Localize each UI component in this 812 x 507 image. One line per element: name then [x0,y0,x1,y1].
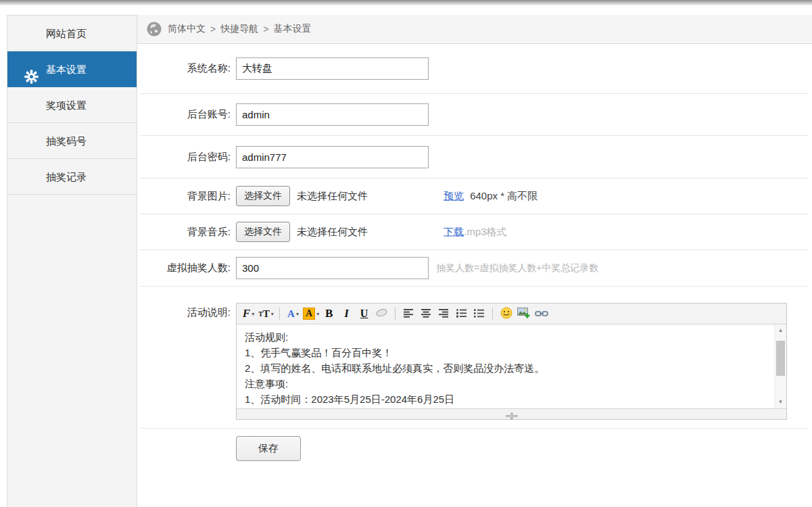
editor-line: 注意事项: [245,376,766,391]
globe-icon [147,22,162,37]
breadcrumb-separator: > [263,24,268,34]
insert-image-button[interactable] [516,306,531,322]
align-right-button[interactable] [436,306,452,322]
background-music-format-note: .mp3格式 [464,226,506,237]
bold-button[interactable]: B [321,306,337,322]
virtual-count-label: 虚拟抽奖人数: [140,262,231,274]
toolbar-separator [492,308,493,320]
unordered-list-button[interactable] [471,306,487,322]
form-row-system-name: 系统名称: [140,44,808,94]
smiley-icon [500,307,512,321]
background-image-label: 背景图片: [140,190,231,203]
italic-button[interactable]: I [339,306,354,322]
insert-link-button[interactable] [533,306,549,322]
admin-account-input[interactable] [236,103,429,126]
editor-line: 1、凭手气赢奖品！百分百中奖！ [245,345,766,360]
breadcrumb-separator: > [210,24,216,34]
form-row-admin-account: 后台账号: [140,94,808,136]
remove-format-button[interactable] [374,306,389,322]
form-row-description: 活动说明: F ▾ TT ▾ A ▾ A ▾ [140,287,808,429]
editor-line: 1、活动时间：2023年5月25日-2024年6月25日 [245,391,766,407]
form-row-admin-password: 后台密码: [140,136,808,178]
editor-toolbar: F ▾ TT ▾ A ▾ A ▾ B [237,304,786,324]
align-right-icon [439,308,449,320]
editor-line: 活动规则: [245,329,766,345]
unordered-list-icon [474,308,484,320]
ordered-list-icon [456,308,467,320]
sidebar-item-lottery-records[interactable]: 抽奖记录 [7,159,137,195]
sidebar-item-basic-settings[interactable]: 基本设置 [7,51,137,87]
background-image-preview-link[interactable]: 预览 [444,190,464,201]
text-color-button[interactable]: A ▾ [285,306,301,322]
resize-grip-icon[interactable] [504,410,519,422]
underline-button[interactable]: U [356,306,372,322]
sidebar-item-lottery-codes[interactable]: 抽奖码号 [7,123,137,159]
breadcrumb-language[interactable]: 简体中文 [168,23,206,35]
virtual-count-input[interactable] [236,257,429,279]
admin-password-label: 后台密码: [140,151,231,164]
background-music-download-link[interactable]: 下载 [444,226,464,237]
form-row-background-image: 背景图片: 选择文件 未选择任何文件 预览 640px * 高不限 [140,178,808,214]
background-image-size-note: 640px * 高不限 [470,190,538,201]
background-music-no-file-text: 未选择任何文件 [297,226,368,239]
ordered-list-button[interactable] [454,306,469,322]
align-left-button[interactable] [401,306,416,322]
highlight-color-button[interactable]: A ▾ [303,306,319,322]
emoticon-button[interactable] [498,306,514,322]
sidebar-item-home[interactable]: 网站首页 [7,16,137,51]
font-family-button[interactable]: F ▾ [241,306,256,322]
toolbar-separator [395,308,396,320]
background-music-label: 背景音乐: [140,226,231,239]
toolbar-separator [279,308,280,320]
scroll-up-arrow-icon[interactable]: ▲ [775,326,786,335]
editor-scrollbar[interactable]: ▲ ▼ [774,324,786,408]
save-button[interactable]: 保存 [236,436,301,461]
admin-password-input[interactable] [236,146,429,168]
description-label: 活动说明: [140,306,231,319]
breadcrumb-quick-nav[interactable]: 快捷导航 [220,23,258,35]
editor-statusbar [237,408,786,419]
image-icon [517,307,530,320]
editor-content-area[interactable]: 活动规则: 1、凭手气赢奖品！百分百中奖！ 2、填写的姓名、电话和联系地址必须真… [237,324,786,408]
breadcrumb-current-page: 基本设置 [273,23,311,35]
chevron-down-icon: ▾ [252,311,254,317]
eraser-icon [375,308,388,320]
admin-account-label: 后台账号: [140,108,231,121]
rich-text-editor: F ▾ TT ▾ A ▾ A ▾ B [236,303,787,420]
align-left-icon [404,308,414,320]
background-music-choose-file-button[interactable]: 选择文件 [236,222,290,242]
chevron-down-icon: ▾ [271,311,274,317]
system-name-input[interactable] [236,57,429,80]
sidebar-item-prize-settings[interactable]: 奖项设置 [7,87,137,123]
breadcrumb: 简体中文 > 快捷导航 > 基本设置 [137,15,812,44]
system-name-label: 系统名称: [140,62,231,75]
editor-line: 2、填写的姓名、电话和联系地址必须真实，否则奖品没办法寄送。 [245,360,766,376]
scroll-down-arrow-icon[interactable]: ▼ [775,397,786,407]
top-accent-bar [0,0,812,5]
chevron-down-icon: ▾ [316,311,319,317]
form-row-virtual-count: 虚拟抽奖人数: 抽奖人数=虚拟抽奖人数+中奖总记录数 [140,250,808,287]
align-center-button[interactable] [419,306,434,322]
background-image-no-file-text: 未选择任何文件 [297,190,368,203]
sidebar: 网站首页 [7,15,137,507]
sidebar-item-label: 基本设置 [46,64,87,75]
main-content: 简体中文 > 快捷导航 > 基本设置 系统名称: 后台账号: 后台密码: 背景图… [137,15,812,507]
chevron-down-icon: ▾ [296,311,299,317]
form-row-background-music: 背景音乐: 选择文件 未选择任何文件 下载.mp3格式 [140,214,808,250]
align-center-icon [421,308,431,320]
scrollbar-thumb[interactable] [776,341,785,376]
gear-icon [24,62,39,76]
background-image-choose-file-button[interactable]: 选择文件 [236,186,290,206]
save-row: 保存 [137,429,812,461]
virtual-count-hint: 抽奖人数=虚拟抽奖人数+中奖总记录数 [436,262,598,274]
font-size-button[interactable]: TT ▾ [258,306,274,322]
link-icon [535,308,548,320]
